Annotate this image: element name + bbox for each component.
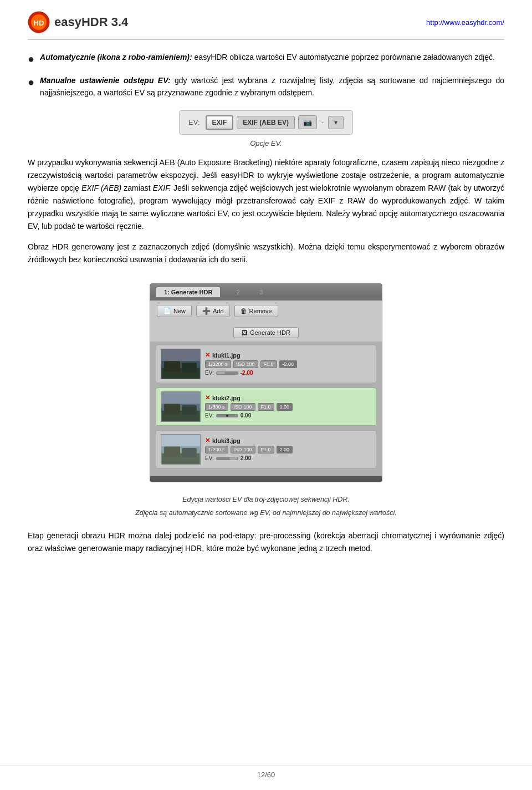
ev-separator: -: [320, 119, 325, 126]
add-label: Add: [213, 308, 224, 314]
bullet1-text: easyHDR oblicza wartości EV automatyczni…: [195, 53, 495, 62]
photo-ev-slider-3[interactable]: [216, 457, 238, 460]
photo-thumb-3: [161, 434, 201, 465]
paragraph-2: Obraz HDR generowany jest z zaznaczonych…: [28, 241, 504, 266]
photo-meta-2: 1/800 s ISO 100 F1.0 0.00: [205, 403, 371, 411]
photo-ev-row-2: EV: 0.00: [205, 412, 371, 419]
photo-row-3: ✕ kluki3.jpg 1/200 s ISO 100 F1.0 2.00 E…: [156, 430, 376, 468]
hdr-tab-1[interactable]: 1: Generate HDR: [156, 287, 221, 298]
photo-iso-1: ISO 100: [233, 360, 258, 368]
logo-icon: HD: [28, 11, 50, 33]
hdr-toolbar-row2: 🖼 Generate HDR: [150, 322, 382, 342]
bullet-item-1: ● Automatycznie (ikona z robo-ramieniem)…: [28, 51, 504, 67]
photo-name-row-1: ✕ kluki1.jpg: [205, 351, 371, 359]
photo-ev-val-1: -2.00: [241, 370, 253, 376]
photo-ev-label-3: EV:: [205, 455, 214, 461]
thumb-landscape-2: [161, 392, 200, 421]
svg-rect-7: [182, 363, 197, 372]
photo-shutter-1: 1/3200 s: [205, 360, 231, 368]
ev-caption: Opcje EV.: [28, 139, 504, 147]
page-number: 12/60: [257, 771, 275, 779]
photo-filename-1: kluki1.jpg: [212, 352, 241, 359]
ev-icon-button[interactable]: 📷: [298, 115, 317, 129]
photo-row-1: ✕ kluki1.jpg 1/3200 s ISO 100 F1.0 -2.00…: [156, 345, 376, 383]
photo-ev-row-1: EV: -2.00: [205, 370, 371, 376]
remove-label: Remove: [249, 308, 272, 314]
main-content: ● Automatycznie (ikona z robo-ramieniem)…: [28, 51, 504, 555]
logo-area: HD easyHDR 3.4: [28, 11, 128, 33]
photo-filename-3: kluki3.jpg: [212, 437, 241, 444]
photo-name-row-2: ✕ kluki2.jpg: [205, 394, 371, 401]
bullet-dot-2: ●: [28, 74, 34, 90]
bullet-dot-1: ●: [28, 51, 34, 67]
logo-text: easyHDR 3.4: [54, 15, 128, 29]
photo-thumb-2: [161, 391, 201, 422]
photo-fstop-2: F1.0: [258, 403, 274, 411]
ev-exif-aeb-button[interactable]: EXIF (AEB EV): [237, 116, 295, 129]
photo-ev-slider-2[interactable]: [216, 414, 238, 417]
ev-options-box: EV: EXIF EXIF (AEB EV) 📷 - ▾: [179, 110, 353, 135]
photo-x-3: ✕: [205, 437, 210, 444]
hdr-screenshot-wrapper: 1: Generate HDR 2 3 📄 New ➕ Add 🗑: [28, 274, 504, 491]
photo-info-2: ✕ kluki2.jpg 1/800 s ISO 100 F1.0 0.00 E…: [205, 394, 371, 419]
photo-shutter-2: 1/800 s: [205, 403, 228, 411]
thumb-landscape-1: [161, 349, 200, 379]
header-link[interactable]: http://www.easyhdr.com/: [426, 18, 504, 27]
ev-options-area: EV: EXIF EXIF (AEB EV) 📷 - ▾: [28, 110, 504, 135]
bullet-text-1: Automatycznie (ikona z robo-ramieniem): …: [40, 51, 495, 63]
ev-dropdown-button[interactable]: ▾: [328, 116, 344, 129]
hdr-tab-3[interactable]: 3: [255, 287, 268, 297]
photo-meta-1: 1/3200 s ISO 100 F1.0 -2.00: [205, 360, 371, 368]
ev-label: EV:: [188, 118, 200, 126]
add-icon: ➕: [202, 307, 211, 315]
photo-x-1: ✕: [205, 351, 210, 359]
hdr-screenshot: 1: Generate HDR 2 3 📄 New ➕ Add 🗑: [150, 283, 382, 482]
svg-rect-14: [161, 392, 200, 404]
photo-iso-2: ISO 100: [231, 403, 255, 411]
new-label: New: [173, 308, 186, 314]
hdr-photo-list: ✕ kluki1.jpg 1/3200 s ISO 100 F1.0 -2.00…: [150, 342, 382, 476]
svg-rect-20: [161, 435, 200, 446]
screenshot-caption-1: Edycja wartości EV dla trój-zdjęciowej s…: [28, 495, 504, 505]
photo-thumb-1: [161, 349, 201, 379]
hdr-add-button[interactable]: ➕ Add: [196, 305, 230, 317]
bullet-item-2: ● Manualne ustawienie odstępu EV: gdy wa…: [28, 74, 504, 99]
hdr-toolbar: 📄 New ➕ Add 🗑 Remove: [150, 300, 382, 322]
ev-exif-button[interactable]: EXIF: [206, 115, 234, 130]
hdr-tab-2[interactable]: 2: [232, 287, 244, 297]
photo-info-1: ✕ kluki1.jpg 1/3200 s ISO 100 F1.0 -2.00…: [205, 351, 371, 376]
screenshot-caption-2: Zdjęcia są automatycznie sortowane wg EV…: [28, 508, 504, 518]
photo-name-row-3: ✕ kluki3.jpg: [205, 437, 371, 444]
svg-rect-18: [164, 446, 180, 457]
hdr-new-button[interactable]: 📄 New: [157, 305, 192, 317]
paragraph-final: Etap generacji obrazu HDR można dalej po…: [28, 529, 504, 555]
svg-rect-12: [164, 404, 180, 414]
page-footer: 12/60: [0, 766, 532, 779]
remove-icon: 🗑: [241, 307, 247, 315]
generate-icon: 🖼: [242, 329, 248, 336]
photo-ev-val-3: 2.00: [241, 455, 251, 461]
photo-evnum-3: 2.00: [277, 446, 293, 453]
photo-filename-2: kluki2.jpg: [212, 395, 241, 401]
svg-rect-6: [164, 361, 180, 371]
photo-info-3: ✕ kluki3.jpg 1/200 s ISO 100 F1.0 2.00 E…: [205, 437, 371, 461]
bullet-text-2: Manualne ustawienie odstępu EV: gdy wart…: [40, 74, 504, 99]
photo-ev-label-2: EV:: [205, 412, 214, 419]
hdr-title-bar: 1: Generate HDR 2 3: [150, 284, 382, 300]
photo-evnum-1: -2.00: [279, 360, 298, 368]
photo-x-2: ✕: [205, 394, 210, 401]
photo-evnum-2: 0.00: [277, 403, 293, 411]
photo-ev-label-1: EV:: [205, 370, 214, 376]
photo-row-2: ✕ kluki2.jpg 1/800 s ISO 100 F1.0 0.00 E…: [156, 388, 376, 426]
paragraph-1: W przypadku wykonywania sekwencji AEB (A…: [28, 156, 504, 233]
svg-rect-13: [182, 405, 197, 415]
hdr-generate-button[interactable]: 🖼 Generate HDR: [233, 327, 299, 338]
photo-fstop-3: F1.0: [258, 446, 274, 453]
photo-meta-3: 1/200 s ISO 100 F1.0 2.00: [205, 446, 371, 453]
photo-ev-slider-1[interactable]: [216, 371, 238, 375]
svg-text:HD: HD: [34, 19, 44, 27]
hdr-remove-button[interactable]: 🗑 Remove: [234, 305, 278, 317]
svg-rect-8: [161, 349, 200, 361]
photo-fstop-1: F1.0: [260, 360, 277, 368]
generate-label: Generate HDR: [250, 329, 290, 336]
